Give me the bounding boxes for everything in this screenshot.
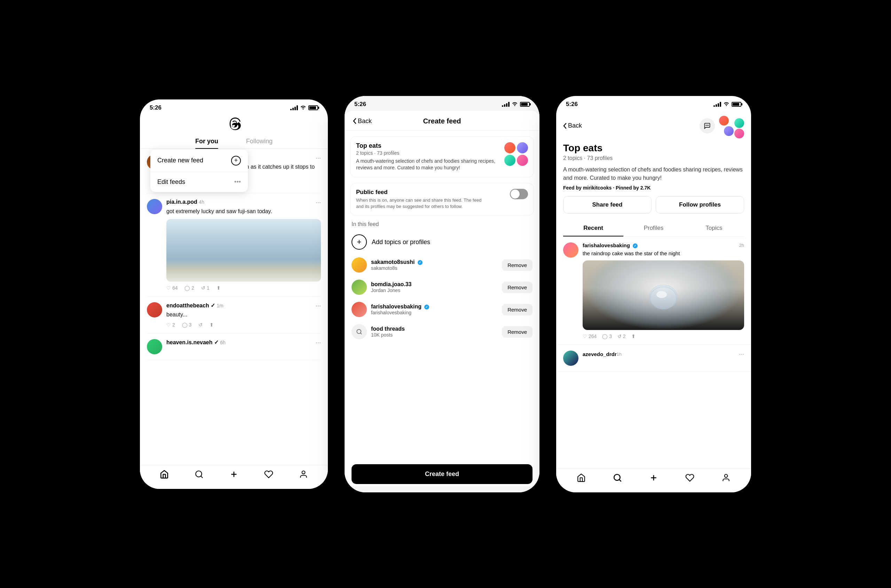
feed-post-body-1: farishalovesbaking 2h the raindrop cake …	[582, 242, 744, 339]
tab-recent[interactable]: Recent	[563, 220, 623, 237]
repost-action-2[interactable]: ↺ 1	[201, 285, 209, 291]
nav-home-3[interactable]	[576, 473, 586, 483]
status-bar-1: 5:26	[140, 99, 328, 114]
nav-home-1[interactable]	[160, 470, 169, 479]
like-action-3[interactable]: ♡ 2	[166, 322, 175, 327]
feed-author: mirikitcooks	[583, 185, 611, 190]
feed-card-title: Top eats	[356, 142, 504, 150]
tab-topics[interactable]: Topics	[684, 220, 744, 237]
back-button-2[interactable]: Back	[353, 117, 372, 125]
topic-count-1: 10K posts	[371, 332, 405, 338]
nav-search-1[interactable]	[194, 470, 204, 479]
nav-profile-1[interactable]	[299, 470, 309, 479]
post-username-2: pia.in.a.pod 4h	[166, 199, 204, 205]
post-more-3[interactable]: ···	[316, 302, 321, 309]
profile-avatar-3	[352, 302, 367, 317]
phone3-header: Back	[556, 111, 751, 142]
like-action-2[interactable]: ♡ 64	[166, 285, 178, 291]
edit-feeds-icon: •••	[234, 178, 241, 186]
mini-avatar-2	[517, 142, 528, 153]
modal-title: Create feed	[423, 117, 461, 125]
in-feed-label: In this feed	[345, 216, 539, 230]
post-username-3: endoatthebeach ✓ 1m	[166, 302, 223, 309]
post-item-2: pia.in.a.pod 4h ··· got extremely lucky …	[147, 194, 321, 296]
nav-notifications-1[interactable]	[264, 470, 274, 479]
add-topics-row[interactable]: + Add topics or profiles	[345, 230, 539, 254]
remove-btn-3[interactable]: Remove	[502, 304, 533, 315]
fp-like-1[interactable]: ♡ 264	[582, 333, 596, 339]
topic-search-icon	[352, 324, 367, 339]
profile-avatar-2	[352, 280, 367, 295]
feed-pinned: Pinned by 2.7K	[616, 185, 650, 190]
remove-btn-2[interactable]: Remove	[502, 282, 533, 293]
status-icons-2	[502, 101, 530, 108]
back-button-3[interactable]: Back	[563, 122, 582, 129]
raindrop-svg	[643, 274, 684, 316]
post-actions-2: ♡ 64 ◯ 2 ↺ 1 ⬆	[166, 285, 321, 291]
feed-post-image-1	[582, 261, 744, 330]
svg-point-17	[725, 474, 728, 477]
tab-following[interactable]: Following	[246, 135, 272, 148]
public-feed-section: Public feed When this is on, anyone can …	[350, 183, 534, 216]
edit-feeds-item[interactable]: Edit feeds •••	[151, 172, 248, 192]
post-more-1[interactable]: ···	[316, 154, 321, 162]
pinned-label: ·	[613, 185, 616, 190]
profile-avatar-1	[352, 257, 367, 273]
fp-comment-1[interactable]: ◯ 3	[602, 333, 612, 339]
create-new-feed-item[interactable]: Create new feed +	[151, 150, 248, 172]
back-label-2: Back	[358, 117, 372, 125]
nav-search-3[interactable]	[613, 473, 622, 483]
svg-line-14	[619, 480, 621, 481]
feed-post-2: azevedo_drdr 1h ···	[556, 345, 751, 372]
share-action-3[interactable]: ⬆	[209, 322, 214, 327]
create-new-feed-icon: +	[231, 156, 241, 165]
signal-icon-2	[502, 102, 510, 107]
follow-profiles-button[interactable]: Follow profiles	[656, 196, 744, 213]
remove-btn-1[interactable]: Remove	[502, 260, 533, 271]
fp-repost-1[interactable]: ↺ 2	[617, 333, 626, 339]
phones-container: 5:26	[140, 96, 751, 492]
header-icons-3	[700, 113, 744, 138]
feed-post-actions-1: ♡ 264 ◯ 3 ↺ 2 ⬆	[582, 333, 744, 339]
comment-action-2[interactable]: ◯ 2	[184, 285, 194, 291]
feed-detail-desc: A mouth-watering selection of chefs and …	[563, 165, 744, 182]
bottom-nav-3	[556, 468, 751, 492]
post-text-3: beauty...	[166, 311, 321, 318]
post-more-4[interactable]: ···	[316, 339, 321, 346]
share-action-2[interactable]: ⬆	[217, 285, 221, 291]
profile-handle-3: farishalovesbaking	[371, 310, 429, 315]
share-feed-button[interactable]: Share feed	[563, 196, 652, 213]
feed-post-text-1: the raindrop cake was the star of the ni…	[582, 250, 744, 257]
remove-btn-4[interactable]: Remove	[502, 326, 533, 338]
comment-action-3[interactable]: ◯ 3	[182, 322, 192, 327]
svg-line-1	[201, 476, 203, 478]
feed-post-time-2: 1h	[617, 351, 622, 357]
status-icons-3	[713, 101, 741, 108]
create-feed-button[interactable]: Create feed	[352, 464, 533, 484]
fp-share-1[interactable]: ⬆	[631, 333, 635, 339]
tab-profiles[interactable]: Profiles	[623, 220, 683, 237]
feed-post-user-2: azevedo_drdr	[582, 351, 617, 357]
feed-detail-title: Top eats	[563, 142, 744, 154]
time-1: 5:26	[150, 104, 161, 111]
public-feed-toggle[interactable]	[510, 189, 528, 199]
share-icon-bubble[interactable]	[700, 118, 715, 134]
nav-notifications-3[interactable]	[685, 473, 695, 483]
tab-for-you[interactable]: For you	[195, 135, 218, 148]
feed-post-user-1: farishalovesbaking	[582, 242, 638, 248]
post-more-2[interactable]: ···	[316, 199, 321, 206]
post-username-4: heaven.is.nevaeh ✓ 6h	[166, 339, 226, 346]
nav-compose-3[interactable]	[649, 473, 659, 483]
post-more-fp2[interactable]: ···	[739, 351, 744, 358]
repost-action-3[interactable]: ↺	[199, 322, 203, 327]
avatar-2	[147, 199, 162, 214]
side-avatar-3	[734, 118, 744, 128]
create-new-feed-label: Create new feed	[157, 157, 203, 164]
svg-line-6	[360, 333, 361, 334]
back-label-3: Back	[568, 122, 582, 129]
nav-profile-3[interactable]	[721, 473, 731, 483]
feed-card-desc: A mouth-watering selection of chefs and …	[356, 158, 504, 171]
time-3: 5:26	[566, 101, 578, 108]
verified-badge-1	[418, 260, 423, 265]
nav-compose-1[interactable]	[229, 470, 239, 479]
